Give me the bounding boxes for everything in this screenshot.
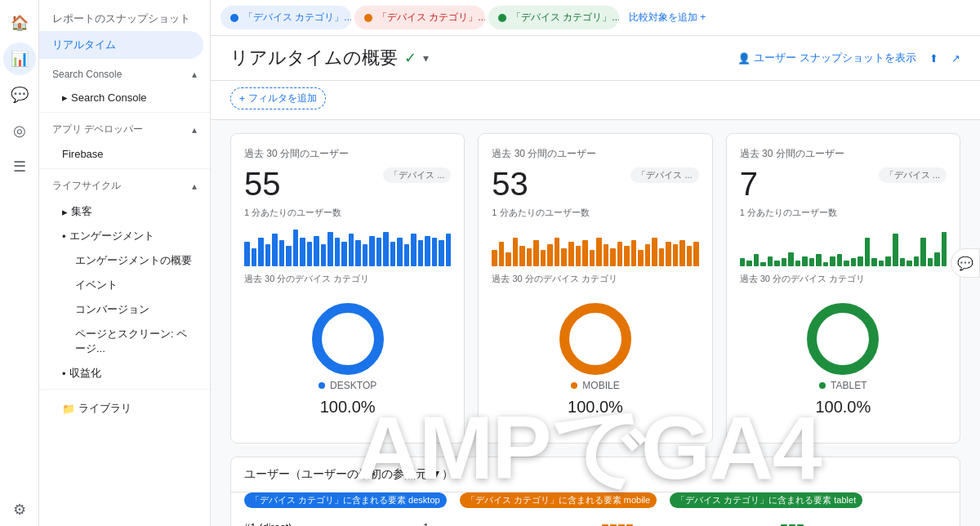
export-button[interactable]: ⬆ — [929, 52, 938, 65]
reports-nav-icon[interactable]: 📊 — [3, 42, 36, 75]
chat-fab-button[interactable]: 💬 — [951, 248, 980, 278]
metric-tag-0: 「デバイス ... — [383, 167, 451, 183]
sidebar-item-monetization[interactable]: • 収益化 — [39, 361, 210, 386]
folder-icon: 📁 — [62, 403, 75, 415]
chevron-right-icon2: ▸ — [62, 206, 68, 218]
explore-nav-icon[interactable]: 💬 — [3, 78, 36, 111]
snapshot-icon: 👤 — [737, 52, 751, 65]
sidebar: レポートのスナップショット リアルタイム Search Console ▴ ▸ … — [39, 0, 211, 526]
tab-dot-2 — [498, 14, 506, 22]
donut-legend-0: DESKTOP — [318, 380, 376, 391]
tab-2[interactable]: 「デバイス カテゴリ」... ✕ — [488, 6, 619, 29]
chevron-up-icon2: ▴ — [192, 124, 197, 136]
svg-point-3 — [564, 308, 626, 370]
icon-rail: 🏠 📊 💬 ◎ ☰ ⚙ — [0, 0, 39, 526]
sidebar-item-search-console[interactable]: ▸ Search Console — [39, 87, 210, 109]
legend-dot-1 — [571, 382, 577, 389]
chevron-up-icon: ▴ — [192, 69, 197, 80]
page-title: リアルタイムの概要 — [230, 46, 398, 70]
metric-tag-2: 「デバイス ... — [879, 167, 947, 183]
col-tag-mobile: 「デバイス カテゴリ」に含まれる要素 mobile — [460, 493, 657, 508]
tab-dot-0 — [230, 14, 238, 22]
title-dropdown-button[interactable]: ▾ — [423, 51, 429, 65]
metric-label-0: 過去 30 分間のユーザー — [244, 147, 451, 161]
main-content: 「デバイス カテゴリ」... ✕ 「デバイス カテゴリ」... ✕ 「デバイス … — [211, 0, 980, 526]
add-filter-chip[interactable]: + フィルタを追加 — [230, 87, 326, 109]
donut-chart-2 — [802, 298, 884, 380]
donut-area-1: MOBILE 100.0% — [492, 285, 698, 430]
tab-label-1: 「デバイス カテゴリ」... — [377, 11, 485, 25]
svg-point-1 — [317, 308, 379, 370]
lifecycle-group[interactable]: ライフサイクル ▴ — [39, 172, 210, 199]
sidebar-item-snapshot[interactable]: レポートのスナップショット — [39, 7, 210, 31]
tab-1[interactable]: 「デバイス カテゴリ」... ✕ — [354, 6, 485, 29]
configure-nav-icon[interactable]: ☰ — [3, 150, 36, 183]
legend-dot-2 — [819, 382, 826, 389]
metric-value-1: 53 — [492, 167, 528, 200]
metric-card-0: 過去 30 分間のユーザー 55 「デバイス ... 1 分あたりのユーザー数 — [230, 133, 465, 444]
metric-cards-row: 過去 30 分間のユーザー 55 「デバイス ... 1 分あたりのユーザー数 — [230, 133, 960, 444]
content-area: 過去 30 分間のユーザー 55 「デバイス ... 1 分あたりのユーザー数 — [211, 120, 980, 526]
metric-value-2: 7 — [740, 167, 758, 200]
sidebar-item-realtime[interactable]: リアルタイム — [39, 31, 203, 59]
app-developer-group[interactable]: アプリ デベロッパー ▴ — [39, 116, 210, 143]
metric-card-2: 過去 30 分間のユーザー 7 「デバイス ... 1 分あたりのユーザー数 — [726, 133, 960, 444]
bottom-cell-val2 — [602, 521, 768, 526]
donut-area-2: TABLET 100.0% — [740, 285, 947, 430]
bottom-cell-label: #1 (direct) — [244, 521, 410, 526]
donut-legend-2: TABLET — [819, 380, 866, 391]
export-icon: ⬆ — [929, 52, 938, 65]
tab-0[interactable]: 「デバイス カテゴリ」... ✕ — [220, 6, 351, 29]
filter-bar: + フィルタを追加 — [211, 81, 980, 120]
share-button[interactable]: ↗ — [951, 52, 960, 65]
chart-label-1: 過去 30 分のデバイス カテゴリ — [492, 273, 698, 285]
metric-sublabel-1: 1 分あたりのユーザー数 — [492, 207, 698, 219]
sidebar-item-firebase[interactable]: Firebase — [39, 143, 210, 165]
bar-chart-1 — [492, 225, 698, 266]
chevron-right-icon: ▸ — [62, 91, 68, 104]
bottom-section: ユーザー（ユーザーの最初の参照元 ▼） 「デバイス カテゴリ」に含まれる要素 d… — [230, 457, 960, 526]
metric-tag-1: 「デバイス ... — [630, 167, 698, 183]
donut-legend-1: MOBILE — [571, 380, 619, 391]
donut-area-0: DESKTOP 100.0% — [244, 285, 451, 430]
chat-icon: 💬 — [957, 256, 973, 271]
settings-nav-icon[interactable]: ⚙ — [3, 493, 36, 526]
metric-sublabel-2: 1 分あたりのユーザー数 — [740, 207, 947, 219]
col-tag-desktop: 「デバイス カテゴリ」に含まれる要素 desktop — [244, 493, 447, 508]
sidebar-item-pages[interactable]: ページとスクリーン: ページ... — [39, 322, 210, 361]
metric-sublabel-0: 1 分あたりのユーザー数 — [244, 207, 451, 219]
bottom-section-header: ユーザー（ユーザーの最初の参照元 ▼） — [231, 457, 960, 493]
donut-chart-1 — [555, 298, 636, 380]
search-console-group[interactable]: Search Console ▴ — [39, 62, 210, 87]
donut-pct-1: 100.0% — [568, 398, 623, 417]
chart-label-0: 過去 30 分のデバイス カテゴリ — [244, 273, 451, 285]
tab-dot-1 — [364, 14, 372, 22]
donut-pct-2: 100.0% — [815, 398, 871, 417]
sidebar-item-conversions[interactable]: コンバージョン — [39, 297, 210, 322]
tab-add[interactable]: 比較対象を追加 + — [622, 7, 712, 28]
chart-label-2: 過去 30 分のデバイス カテゴリ — [740, 273, 947, 285]
tab-bar: 「デバイス カテゴリ」... ✕ 「デバイス カテゴリ」... ✕ 「デバイス … — [211, 0, 980, 36]
bullet-icon2: • — [62, 368, 66, 380]
sidebar-item-acquisition[interactable]: ▸ 集客 — [39, 199, 210, 224]
sidebar-item-library[interactable]: 📁 ライブラリ — [39, 396, 210, 421]
sidebar-item-engagement[interactable]: • エンゲージメント — [39, 224, 210, 248]
plus-icon: + — [239, 93, 245, 105]
snapshot-button[interactable]: 👤 ユーザー スナップショットを表示 — [737, 51, 916, 65]
chevron-up-icon3: ▴ — [192, 181, 197, 192]
page-title-area: リアルタイムの概要 ✓ ▾ — [230, 46, 429, 70]
bar-chart-2 — [740, 225, 947, 266]
advertising-nav-icon[interactable]: ◎ — [3, 114, 36, 147]
metric-label-2: 過去 30 分間のユーザー — [740, 147, 947, 161]
page-header: リアルタイムの概要 ✓ ▾ 👤 ユーザー スナップショットを表示 ⬆ ↗ — [211, 36, 980, 81]
donut-chart-0 — [307, 298, 389, 380]
metric-value-0: 55 — [244, 167, 281, 200]
col-tag-tablet: 「デバイス カテゴリ」に含まれる要素 tablet — [670, 493, 862, 508]
sidebar-item-engagement-overview[interactable]: エンゲージメントの概要 — [39, 248, 210, 273]
donut-pct-0: 100.0% — [320, 398, 376, 417]
tab-label-2: 「デバイス カテゴリ」... — [511, 11, 619, 25]
status-check-icon: ✓ — [404, 49, 416, 67]
share-icon: ↗ — [951, 52, 960, 65]
home-nav-icon[interactable]: 🏠 — [3, 7, 36, 39]
sidebar-item-events[interactable]: イベント — [39, 273, 210, 297]
